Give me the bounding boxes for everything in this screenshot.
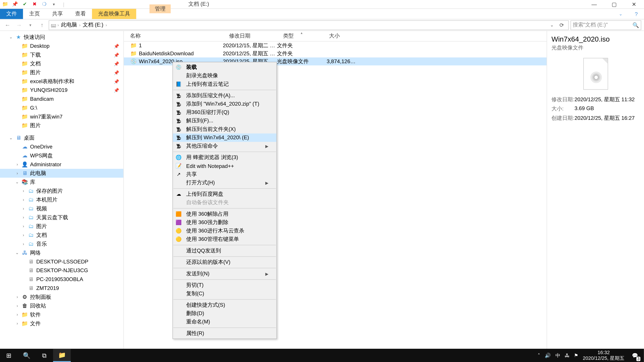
tree-network[interactable]: ⌄🖧网络 bbox=[0, 248, 124, 257]
tab-iso-tools[interactable]: 光盘映像工具 bbox=[92, 9, 136, 19]
tree-item[interactable]: ›🗂保存的图片 bbox=[0, 187, 124, 195]
security-icon[interactable]: ⚑ bbox=[574, 353, 578, 358]
tree-item[interactable]: ›👤Administrator bbox=[0, 160, 124, 169]
tree-item[interactable]: ›🗂本机照片 bbox=[0, 195, 124, 204]
close-button[interactable]: ✕ bbox=[624, 0, 644, 8]
search-input[interactable]: 搜索"文档 (E:)" 🔍 bbox=[570, 20, 641, 30]
context-item[interactable]: 🗜添加到压缩文件(A)... bbox=[173, 91, 276, 100]
task-view-button[interactable]: ⧉ bbox=[36, 349, 53, 362]
tree-desktop[interactable]: ⌄🖥桌面 bbox=[0, 133, 124, 142]
search-icon[interactable]: 🔍 bbox=[632, 22, 639, 28]
context-item[interactable]: 复制(C) bbox=[173, 290, 276, 298]
navigation-pane[interactable]: ⌄★快速访问 📁Desktop📌📁下载📌📁文档📌📁图片📌📁excel表格制作求和… bbox=[0, 31, 124, 352]
tree-item[interactable]: ›🗑回收站 bbox=[0, 301, 124, 310]
forward-button[interactable]: → bbox=[14, 20, 24, 30]
help-button[interactable]: ? bbox=[628, 9, 644, 19]
tree-item[interactable]: ›⚙控制面板 bbox=[0, 293, 124, 302]
context-item[interactable]: 🗜解压到当前文件夹(X) bbox=[173, 125, 276, 133]
tree-item[interactable]: 🖥DESKTOP-NJEU3CG bbox=[0, 266, 124, 275]
qat-new-icon[interactable]: ❍ bbox=[41, 1, 48, 8]
context-menu[interactable]: 💿装载刻录光盘映像📘上传到有道云笔记🗜添加到压缩文件(A)...🗜添加到 "Wi… bbox=[172, 62, 277, 339]
tree-item[interactable]: 📁win7重装win7 bbox=[0, 112, 124, 121]
tree-item[interactable]: ›🗂天翼云盘下载 bbox=[0, 213, 124, 222]
context-item[interactable]: ↗共享 bbox=[173, 170, 276, 178]
qat-check-icon[interactable]: ✔ bbox=[21, 1, 28, 8]
breadcrumb-seg-1[interactable]: 文档 (E:) bbox=[82, 21, 104, 29]
chevron-right-icon[interactable]: › bbox=[106, 23, 107, 27]
tree-item[interactable]: 📁excel表格制作求和📌 bbox=[0, 77, 124, 86]
context-item[interactable]: 🗜用360压缩打开(Q) bbox=[173, 108, 276, 117]
tree-quick-access[interactable]: ⌄★快速访问 bbox=[0, 33, 124, 41]
network-icon[interactable]: 🖧 bbox=[565, 353, 570, 358]
context-item[interactable]: 还原以前的版本(V) bbox=[173, 258, 276, 267]
tree-item[interactable]: ›📁软件 bbox=[0, 310, 124, 319]
tree-item[interactable]: 🖥ZMT2019 bbox=[0, 284, 124, 293]
context-item[interactable]: 属性(R) bbox=[173, 329, 276, 338]
refresh-button[interactable]: ⟳ bbox=[557, 22, 566, 28]
tree-item[interactable]: 📁文档📌 bbox=[0, 59, 124, 68]
recent-dropdown[interactable]: ▾ bbox=[26, 20, 36, 30]
breadcrumb-seg-0[interactable]: 此电脑 bbox=[60, 21, 78, 29]
tree-item[interactable]: ›🗂图片 bbox=[0, 222, 124, 231]
tab-share[interactable]: 共享 bbox=[46, 9, 69, 19]
file-row[interactable]: 📁12020/12/15, 星期二 1…文件夹 bbox=[124, 41, 546, 49]
tree-item[interactable]: ›🗂视频 bbox=[0, 204, 124, 213]
tree-item[interactable]: 📁G:\ bbox=[0, 103, 124, 112]
tree-item[interactable]: ›🖥此电脑 bbox=[0, 169, 124, 178]
context-item[interactable]: 🗜解压到 Win7x64_2020\ (E) bbox=[173, 133, 276, 142]
context-item[interactable]: 🗜解压到(F)... bbox=[173, 117, 276, 125]
maximize-button[interactable]: ▢ bbox=[604, 0, 624, 8]
context-item[interactable]: 通过QQ发送到 bbox=[173, 247, 276, 255]
ribbon-expand-button[interactable]: ⌄ bbox=[613, 9, 628, 19]
context-item[interactable]: ☁上传到百度网盘 bbox=[173, 190, 276, 198]
tray-chevron-up-icon[interactable]: ˄ bbox=[538, 353, 540, 358]
tree-item[interactable]: 🖥DESKTOP-LSSOEDP bbox=[0, 257, 124, 266]
context-item[interactable]: 打开方式(H)▶ bbox=[173, 178, 276, 187]
breadcrumb[interactable]: 🖴 › 此电脑 › 文档 (E:) › ⌄ ⟳ bbox=[49, 20, 569, 30]
tree-item[interactable]: 📁图片📌 bbox=[0, 68, 124, 77]
tree-item[interactable]: ☁WPS网盘 bbox=[0, 151, 124, 160]
col-date[interactable]: 修改日期 bbox=[223, 32, 277, 40]
notifications-button[interactable]: 💬3 bbox=[629, 349, 641, 362]
tab-home[interactable]: 主页 bbox=[23, 9, 46, 19]
context-item[interactable]: 🟡使用 360进行木马云查杀 bbox=[173, 227, 276, 235]
context-item[interactable]: 重命名(M) bbox=[173, 318, 276, 326]
tree-item[interactable]: 📁Bandicam bbox=[0, 94, 124, 103]
tab-file[interactable]: 文件 bbox=[0, 9, 23, 19]
tree-item[interactable]: 📁YUNQISHI2019📌 bbox=[0, 86, 124, 95]
context-item[interactable]: 删除(D) bbox=[173, 309, 276, 318]
start-button[interactable]: ⊞ bbox=[0, 349, 18, 362]
col-size[interactable]: 大小 bbox=[323, 32, 358, 40]
context-item[interactable]: 🟪使用 360强力删除 bbox=[173, 218, 276, 227]
tree-item[interactable]: ☁OneDrive bbox=[0, 142, 124, 151]
tree-item[interactable]: ›📁文件 bbox=[0, 319, 124, 328]
col-name[interactable]: 名称 bbox=[124, 32, 223, 40]
tree-item[interactable]: 🖥PC-20190530OBLA bbox=[0, 275, 124, 284]
context-item[interactable]: 📝Edit with Notepad++ bbox=[173, 162, 276, 170]
context-item[interactable]: 发送到(N)▶ bbox=[173, 270, 276, 278]
context-item[interactable]: 创建快捷方式(S) bbox=[173, 301, 276, 309]
chevron-right-icon[interactable]: › bbox=[79, 23, 80, 27]
tree-item[interactable]: ›🗂音乐 bbox=[0, 240, 124, 248]
search-taskbar-button[interactable]: 🔍 bbox=[18, 349, 35, 362]
tree-item[interactable]: 📁Desktop📌 bbox=[0, 41, 124, 50]
qat-dropdown-icon[interactable]: ▾ bbox=[50, 1, 58, 8]
qat-close-icon[interactable]: ✖ bbox=[31, 1, 38, 8]
explorer-taskbar-button[interactable]: 📁 bbox=[53, 349, 70, 362]
tree-item[interactable]: ⌄📚库 bbox=[0, 178, 124, 187]
context-item[interactable]: 剪切(T) bbox=[173, 281, 276, 290]
tab-view[interactable]: 查看 bbox=[69, 9, 92, 19]
context-item[interactable]: 🗜其他压缩命令▶ bbox=[173, 142, 276, 150]
back-button[interactable]: ← bbox=[3, 20, 12, 30]
context-item[interactable]: 🟡使用 360管理右键菜单 bbox=[173, 235, 276, 244]
context-item[interactable]: 🌐用 蜂蜜浏览器 浏览(3) bbox=[173, 153, 276, 162]
up-button[interactable]: ↑ bbox=[37, 20, 47, 30]
ime-indicator[interactable]: 中 bbox=[556, 352, 560, 359]
context-item[interactable]: 📘上传到有道云笔记 bbox=[173, 80, 276, 88]
col-type[interactable]: 类型 bbox=[277, 32, 323, 40]
volume-icon[interactable]: 🔊 bbox=[545, 353, 551, 358]
chevron-right-icon[interactable]: › bbox=[58, 23, 59, 27]
context-item[interactable]: 💿装载 bbox=[173, 63, 276, 71]
context-item[interactable]: 🟧使用 360解除占用 bbox=[173, 210, 276, 218]
context-item[interactable]: 刻录光盘映像 bbox=[173, 71, 276, 80]
